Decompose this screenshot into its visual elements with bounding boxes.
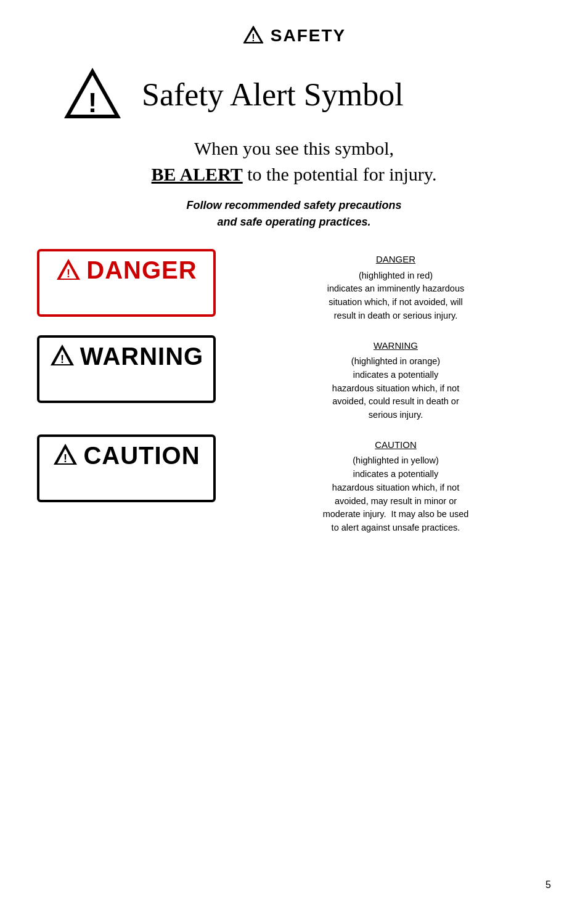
danger-label: DANGER — [86, 256, 197, 284]
danger-desc-title: DANGER — [240, 253, 551, 267]
danger-triangle-icon: ! — [55, 258, 81, 283]
header-warning-icon: ! — [242, 25, 264, 47]
warning-description: WARNING (highlighted in orange)indicates… — [240, 335, 551, 422]
danger-description: DANGER (highlighted in red)indicates an … — [240, 249, 551, 323]
warning-triangle-icon: ! — [49, 343, 75, 369]
safety-alert-icon: ! — [62, 65, 123, 123]
follow-line2: and safe operating practices. — [217, 216, 370, 228]
safety-alert-section: ! Safety Alert Symbol — [62, 65, 551, 123]
caution-description: CAUTION (highlighted in yellow)indicates… — [240, 434, 551, 535]
danger-sign-box: ! DANGER — [37, 249, 216, 317]
be-alert-section: When you see this symbol, BE ALERT to th… — [37, 136, 551, 187]
follow-section: Follow recommended safety precautions an… — [37, 197, 551, 230]
svg-text:!: ! — [63, 452, 67, 465]
be-alert-text: When you see this symbol, BE ALERT to th… — [37, 136, 551, 187]
caution-desc-title: CAUTION — [240, 438, 551, 452]
caution-row: ! CAUTION CAUTION (highlighted in yellow… — [37, 434, 551, 535]
danger-sign-header: ! DANGER — [55, 256, 197, 284]
signs-container: ! DANGER DANGER (highlighted in red)indi… — [37, 249, 551, 535]
warning-sign-header: ! WARNING — [49, 343, 203, 370]
danger-desc-text: (highlighted in red)indicates an imminen… — [327, 271, 464, 320]
svg-text:!: ! — [60, 353, 64, 365]
warning-desc-title: WARNING — [240, 339, 551, 353]
svg-text:!: ! — [67, 267, 70, 280]
caution-triangle-icon: ! — [52, 442, 78, 468]
page-title: SAFETY — [271, 26, 346, 46]
safety-alert-title: Safety Alert Symbol — [142, 76, 404, 113]
caution-sign-box: ! CAUTION — [37, 434, 216, 502]
danger-row: ! DANGER DANGER (highlighted in red)indi… — [37, 249, 551, 323]
page-number: 5 — [545, 879, 551, 891]
be-alert-line1: When you see this symbol, — [194, 138, 394, 158]
warning-row: ! WARNING WARNING (highlighted in orange… — [37, 335, 551, 422]
warning-label: WARNING — [80, 343, 203, 370]
be-alert-keyword: BE ALERT — [152, 164, 243, 184]
be-alert-line2-rest: to the potential for injury. — [243, 164, 437, 184]
warning-desc-text: (highlighted in orange)indicates a poten… — [332, 356, 459, 420]
follow-text: Follow recommended safety precautions an… — [37, 197, 551, 230]
svg-text:!: ! — [251, 33, 255, 43]
svg-text:!: ! — [88, 88, 97, 118]
caution-label: CAUTION — [83, 442, 200, 470]
caution-sign-header: ! CAUTION — [52, 442, 200, 470]
warning-sign-box: ! WARNING — [37, 335, 216, 403]
caution-desc-text: (highlighted in yellow)indicates a poten… — [323, 455, 469, 532]
page-header: ! SAFETY — [37, 25, 551, 47]
follow-line1: Follow recommended safety precautions — [186, 199, 401, 211]
